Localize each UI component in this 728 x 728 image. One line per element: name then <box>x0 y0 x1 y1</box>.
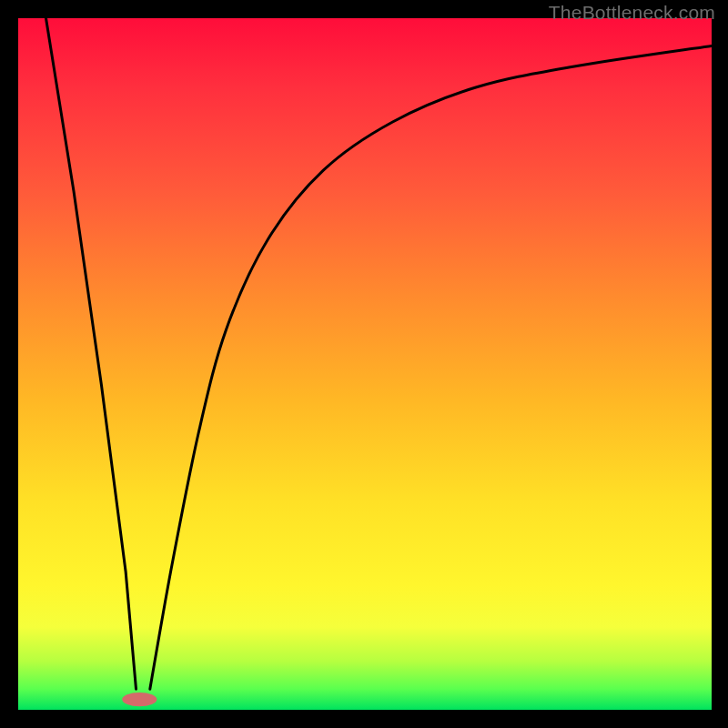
watermark-text: TheBottleneck.com <box>549 2 715 24</box>
minimum-marker <box>122 693 157 706</box>
curve-left-descent <box>46 18 136 689</box>
curve-layer <box>18 18 712 710</box>
chart-frame: TheBottleneck.com <box>0 0 728 728</box>
plot-area <box>18 18 712 710</box>
curve-right-ascent <box>150 46 712 689</box>
